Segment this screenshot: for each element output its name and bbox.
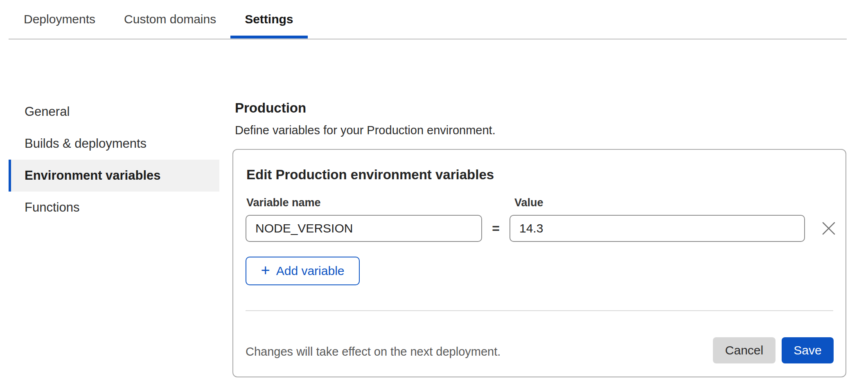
equals-sign: = [482,215,510,242]
environment-variables-card: Edit Production environment variables Va… [232,149,846,377]
tab-custom-domains[interactable]: Custom domains [110,0,230,38]
project-tab-bar: Deployments Custom domains Settings [9,0,847,40]
variable-value-input[interactable] [510,215,805,242]
sidebar-item-builds-deployments[interactable]: Builds & deployments [9,128,219,160]
remove-variable-button[interactable] [820,219,838,237]
close-icon [821,220,837,237]
add-variable-label: Add variable [276,264,345,278]
add-variable-button[interactable]: + Add variable [246,257,360,285]
tab-deployments[interactable]: Deployments [9,0,110,38]
value-label: Value [514,196,543,209]
plus-icon: + [261,262,270,278]
save-button[interactable]: Save [782,337,834,363]
sidebar-item-environment-variables[interactable]: Environment variables [9,160,219,192]
tab-settings[interactable]: Settings [230,0,307,38]
cancel-button[interactable]: Cancel [713,337,776,363]
page-subtitle: Define variables for your Production env… [235,122,496,138]
sidebar-item-functions[interactable]: Functions [9,192,219,223]
footer-note: Changes will take effect on the next dep… [246,343,501,360]
card-heading: Edit Production environment variables [246,166,494,183]
variable-name-input[interactable] [246,215,482,242]
card-footer-divider [246,310,833,311]
sidebar-item-general[interactable]: General [9,96,219,128]
page-title: Production [235,99,306,117]
variable-name-label: Variable name [246,196,321,209]
settings-sidebar: General Builds & deployments Environment… [9,96,219,223]
